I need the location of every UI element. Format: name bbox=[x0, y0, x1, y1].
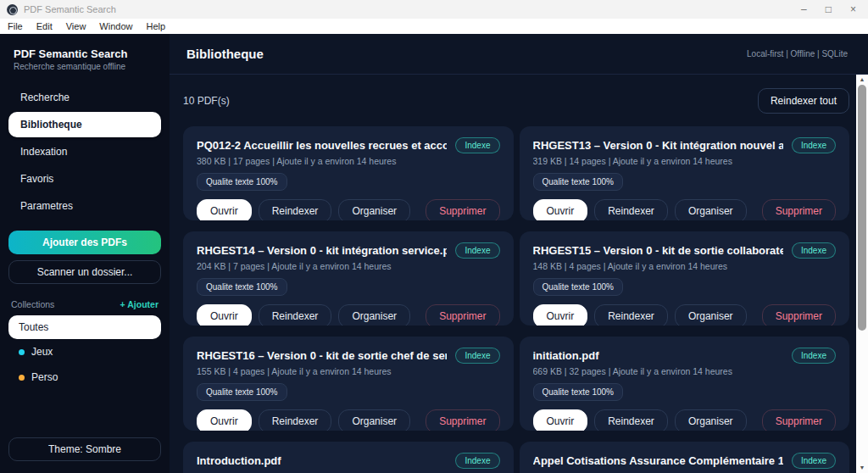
pdf-title: RHGEST16 – Version 0 - kit de sortie che… bbox=[197, 349, 447, 362]
titlebar: PDF Semantic Search – □ × bbox=[0, 0, 868, 19]
scan-folder-button[interactable]: Scanner un dossier... bbox=[8, 260, 161, 284]
sidebar-item-recherche[interactable]: Recherche bbox=[8, 85, 161, 110]
delete-button[interactable]: Supprimer bbox=[426, 304, 499, 326]
minimize-icon[interactable]: – bbox=[801, 4, 807, 14]
sidebar: PDF Semantic Search Recherche semantique… bbox=[0, 34, 170, 473]
sidebar-item-indexation[interactable]: Indexation bbox=[8, 139, 161, 164]
pdf-meta: 380 KB | 17 pages | Ajoute il y a enviro… bbox=[197, 156, 500, 166]
scroll-up-icon[interactable]: ▲ bbox=[860, 75, 865, 85]
indexed-badge: Indexe bbox=[455, 348, 499, 364]
indexed-badge: Indexe bbox=[792, 242, 836, 259]
menubar: FileEditViewWindowHelp bbox=[0, 19, 868, 34]
pdf-card: RHGEST16 – Version 0 - kit de sortie che… bbox=[183, 337, 514, 431]
pdf-card: RHGEST13 – Version 0 - Kit intégration n… bbox=[520, 126, 850, 220]
menu-item-window[interactable]: Window bbox=[99, 21, 132, 31]
reindex-button[interactable]: Reindexer bbox=[259, 199, 332, 220]
menu-item-help[interactable]: Help bbox=[146, 21, 165, 31]
collection-list: JeuxPerso bbox=[8, 339, 161, 390]
reindex-button[interactable]: Reindexer bbox=[259, 409, 332, 431]
card-actions: Ouvrir Reindexer Organiser Supprimer bbox=[533, 199, 837, 220]
pdf-meta: 204 KB | 7 pages | Ajoute il y a environ… bbox=[197, 261, 500, 271]
quality-chip: Qualite texte 100% bbox=[533, 173, 624, 191]
sidebar-brand: PDF Semantic Search bbox=[8, 47, 161, 60]
sidebar-item-parametres[interactable]: Parametres bbox=[8, 193, 161, 219]
card-actions: Ouvrir Reindexer Organiser Supprimer bbox=[197, 409, 500, 431]
delete-button[interactable]: Supprimer bbox=[762, 199, 836, 220]
theme-toggle-button[interactable]: Theme: Sombre bbox=[8, 437, 161, 461]
delete-button[interactable]: Supprimer bbox=[426, 409, 499, 431]
open-button[interactable]: Ouvrir bbox=[197, 199, 252, 220]
window-title: PDF Semantic Search bbox=[24, 4, 801, 14]
organize-button[interactable]: Organiser bbox=[675, 199, 747, 220]
open-button[interactable]: Ouvrir bbox=[197, 409, 252, 431]
pdf-title: initiation.pdf bbox=[533, 349, 783, 362]
app-icon bbox=[7, 4, 18, 15]
indexed-badge: Indexe bbox=[792, 453, 836, 469]
organize-button[interactable]: Organiser bbox=[338, 304, 410, 326]
open-button[interactable]: Ouvrir bbox=[533, 199, 588, 220]
menu-item-view[interactable]: View bbox=[66, 21, 86, 31]
collection-color-dot bbox=[19, 375, 25, 381]
indexed-badge: Indexe bbox=[455, 453, 499, 469]
page-title: Bibliotheque bbox=[186, 47, 264, 61]
pdf-title: PQ012-2 Accueillir les nouvelles recrues… bbox=[197, 139, 447, 152]
collection-item-perso[interactable]: Perso bbox=[8, 364, 161, 390]
organize-button[interactable]: Organiser bbox=[338, 199, 410, 220]
collection-label: Perso bbox=[31, 371, 58, 383]
quality-chip: Qualite texte 100% bbox=[197, 383, 287, 401]
open-button[interactable]: Ouvrir bbox=[533, 409, 588, 431]
reindex-button[interactable]: Reindexer bbox=[259, 304, 332, 326]
open-button[interactable]: Ouvrir bbox=[533, 304, 588, 326]
indexed-badge: Indexe bbox=[455, 242, 499, 259]
scrollbar-thumb[interactable] bbox=[858, 85, 866, 331]
pdf-meta: 319 KB | 14 pages | Ajoute il y a enviro… bbox=[533, 156, 837, 166]
menu-item-file[interactable]: File bbox=[8, 21, 23, 31]
scrollbar-track[interactable] bbox=[856, 85, 868, 463]
organize-button[interactable]: Organiser bbox=[675, 409, 747, 431]
organize-button[interactable]: Organiser bbox=[338, 409, 410, 431]
sidebar-subtitle: Recherche semantique offline bbox=[8, 60, 161, 71]
pdf-title: RHGEST13 – Version 0 - Kit intégration n… bbox=[533, 139, 783, 152]
delete-button[interactable]: Supprimer bbox=[762, 409, 836, 431]
sidebar-item-favoris[interactable]: Favoris bbox=[8, 166, 161, 192]
pdf-title: RHGEST14 – Version 0 - kit intégration s… bbox=[197, 244, 447, 257]
pdf-count: 10 PDF(s) bbox=[183, 95, 230, 107]
delete-button[interactable]: Supprimer bbox=[426, 199, 499, 220]
quality-chip: Qualite texte 100% bbox=[197, 173, 287, 191]
scroll-down-icon[interactable]: ▼ bbox=[860, 463, 865, 473]
window-controls: – □ × bbox=[801, 4, 861, 14]
pdf-card-grid: PQ012-2 Accueillir les nouvelles recrues… bbox=[183, 126, 849, 473]
pdf-card: initiation.pdf Indexe 669 KB | 32 pages … bbox=[520, 337, 850, 431]
menu-item-edit[interactable]: Edit bbox=[36, 21, 53, 31]
sidebar-item-bibliotheque[interactable]: Bibliotheque bbox=[8, 112, 161, 137]
reindex-all-button[interactable]: Reindexer tout bbox=[758, 88, 849, 114]
pdf-meta: 669 KB | 32 pages | Ajoute il y a enviro… bbox=[533, 366, 837, 376]
main-header: Bibliotheque Local-first | Offline | SQL… bbox=[170, 34, 868, 75]
indexed-badge: Indexe bbox=[792, 348, 836, 364]
reindex-button[interactable]: Reindexer bbox=[594, 199, 668, 220]
organize-button[interactable]: Organiser bbox=[675, 304, 747, 326]
card-actions: Ouvrir Reindexer Organiser Supprimer bbox=[533, 409, 837, 431]
open-button[interactable]: Ouvrir bbox=[197, 304, 252, 326]
sidebar-nav: RechercheBibliothequeIndexationFavorisPa… bbox=[8, 85, 161, 219]
status-text: Local-first | Offline | SQLite bbox=[747, 49, 848, 58]
close-icon[interactable]: × bbox=[850, 4, 856, 14]
collection-item-all[interactable]: Toutes bbox=[8, 315, 161, 339]
delete-button[interactable]: Supprimer bbox=[762, 304, 836, 326]
reindex-button[interactable]: Reindexer bbox=[594, 409, 668, 431]
collection-item-jeux[interactable]: Jeux bbox=[8, 339, 161, 364]
pdf-card: Introduction.pdf Indexe 69 KB | 7 pages … bbox=[183, 442, 514, 473]
card-actions: Ouvrir Reindexer Organiser Supprimer bbox=[197, 199, 500, 220]
reindex-button[interactable]: Reindexer bbox=[594, 304, 668, 326]
pdf-card: RHGEST14 – Version 0 - kit intégration s… bbox=[183, 231, 514, 326]
pdf-card: PQ012-2 Accueillir les nouvelles recrues… bbox=[183, 126, 514, 220]
pdf-meta: 155 KB | 4 pages | Ajoute il y a environ… bbox=[197, 366, 500, 376]
add-collection-link[interactable]: + Ajouter bbox=[120, 299, 159, 309]
quality-chip: Qualite texte 100% bbox=[533, 278, 624, 296]
add-pdfs-button[interactable]: Ajouter des PDFs bbox=[8, 231, 161, 254]
collection-color-dot bbox=[19, 349, 25, 355]
maximize-icon[interactable]: □ bbox=[826, 4, 832, 14]
vertical-scrollbar[interactable]: ▲ ▼ bbox=[856, 75, 868, 473]
card-actions: Ouvrir Reindexer Organiser Supprimer bbox=[533, 304, 837, 326]
library-content: 10 PDF(s) Reindexer tout PQ012-2 Accueil… bbox=[170, 75, 868, 473]
